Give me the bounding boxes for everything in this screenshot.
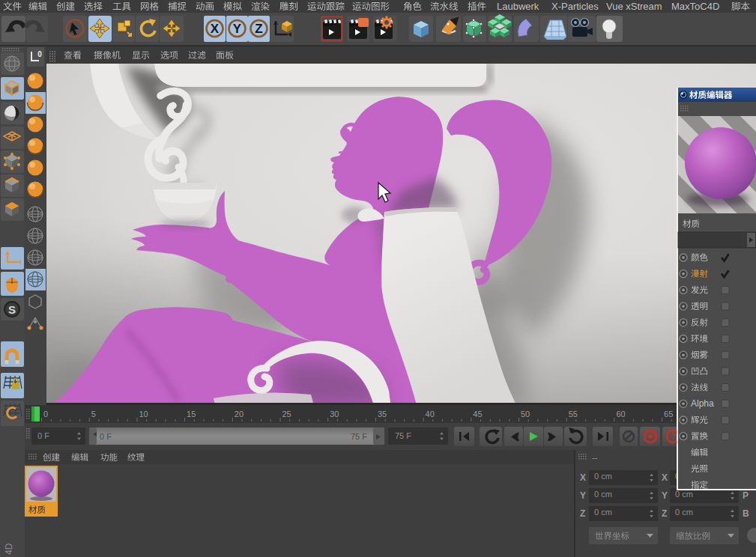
svg-text:4D: 4D <box>4 543 14 555</box>
svg-text:60: 60 <box>616 410 625 418</box>
svg-text:55: 55 <box>569 410 578 418</box>
svg-text:15: 15 <box>187 410 196 418</box>
svg-text:X: X <box>211 22 220 36</box>
svg-text:X: X <box>662 472 668 483</box>
svg-text:45: 45 <box>473 410 482 418</box>
svg-text:0 cm: 0 cm <box>675 490 693 499</box>
svg-text:Y: Y <box>580 490 586 501</box>
svg-text:30: 30 <box>330 410 339 418</box>
svg-text:?: ? <box>671 433 675 441</box>
svg-text:Z: Z <box>255 22 262 36</box>
svg-text:0 cm: 0 cm <box>594 490 612 499</box>
svg-text:X-Particles: X-Particles <box>551 1 599 12</box>
svg-text:--: -- <box>592 453 598 462</box>
svg-text:B: B <box>743 508 749 519</box>
svg-text:0: 0 <box>43 410 48 418</box>
svg-text:10: 10 <box>139 410 148 418</box>
svg-text:Y: Y <box>233 22 242 36</box>
svg-text:P: P <box>743 490 749 501</box>
svg-text:0 F: 0 F <box>100 432 112 441</box>
svg-text:40: 40 <box>426 410 435 418</box>
svg-text:0 cm: 0 cm <box>594 508 612 517</box>
svg-text:Z: Z <box>580 508 585 519</box>
svg-text:5: 5 <box>91 410 96 418</box>
svg-text:20: 20 <box>235 410 244 418</box>
svg-text:0 cm: 0 cm <box>594 472 612 481</box>
svg-text:Y: Y <box>662 490 668 501</box>
svg-text:0 cm: 0 cm <box>675 508 693 517</box>
svg-text:S: S <box>8 303 16 316</box>
svg-text:75 F: 75 F <box>395 431 411 440</box>
svg-text:75 F: 75 F <box>351 432 367 441</box>
svg-text:50: 50 <box>521 410 530 418</box>
svg-text:35: 35 <box>378 410 387 418</box>
svg-text:0 F: 0 F <box>37 431 49 440</box>
svg-text:MaxToC4D: MaxToC4D <box>671 1 719 12</box>
svg-text:0: 0 <box>37 50 42 58</box>
svg-text:Z: Z <box>662 508 667 519</box>
svg-text:Vue xStream: Vue xStream <box>606 1 662 12</box>
svg-text:Laubwerk: Laubwerk <box>497 1 539 12</box>
svg-text:Alpha: Alpha <box>691 398 714 409</box>
svg-text:65: 65 <box>664 410 673 418</box>
svg-text:25: 25 <box>282 410 291 418</box>
svg-text:X: X <box>580 472 586 483</box>
